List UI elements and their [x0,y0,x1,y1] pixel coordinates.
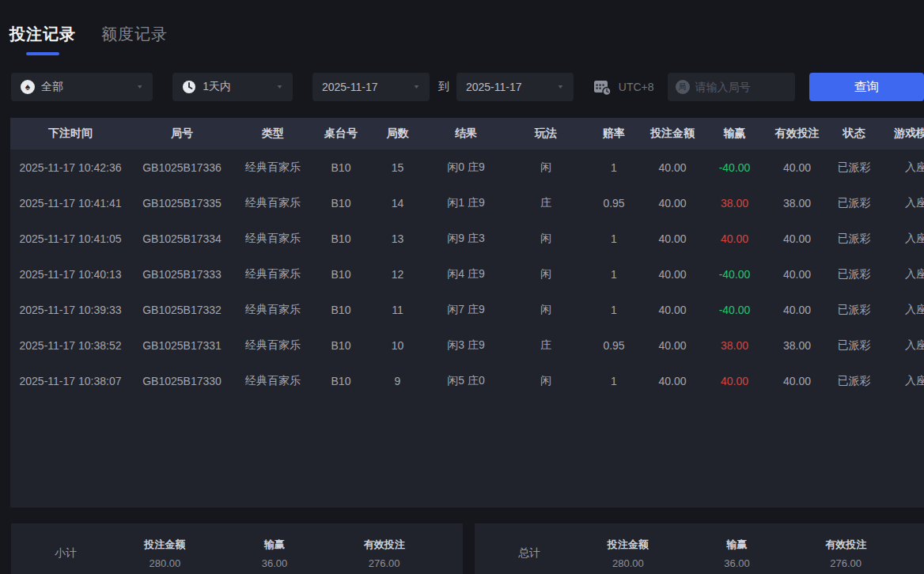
time-range-select[interactable]: 1天内 ▼ [172,73,293,101]
date-from-value: 2025-11-17 [322,81,378,93]
game-type-select[interactable]: ♠ 全部 ▼ [11,73,153,101]
cell-bet: 40.00 [642,161,702,174]
subtotal-bet-group: 投注金额 280.00 [110,538,220,569]
cell-game-mode: 入座 [880,338,924,353]
cell-round-no: 9 [369,375,426,387]
table-row: 2025-11-17 10:42:36 GB1025B17336 经典百家乐 B… [10,149,924,185]
subtotal-winloss-label: 输赢 [264,538,285,552]
clock-icon [182,80,196,94]
cell-round-no: 11 [369,304,426,316]
subtotal-valid-value: 276.00 [369,557,400,569]
col-header-valid-bet: 有效投注 [767,127,827,141]
cell-status: 已派彩 [827,374,880,388]
cell-odds: 0.95 [585,339,642,352]
cell-odds: 1 [585,304,642,316]
cell-time: 2025-11-17 10:41:05 [10,232,131,245]
query-button[interactable]: 查询 [809,73,924,101]
cell-winloss: 40.00 [702,232,767,245]
total-box: 总计 投注金额 280.00 输赢 36.00 有效投注 276.00 [475,523,924,574]
cell-winloss: 38.00 [702,197,767,210]
chevron-down-icon: ▼ [413,84,420,90]
cell-time: 2025-11-17 10:41:41 [10,197,131,210]
col-header-round-id: 局号 [131,127,233,141]
cell-round-no: 15 [369,161,426,174]
cell-status: 已派彩 [827,267,880,281]
cell-table-id: B10 [312,339,369,352]
cell-play: 闲 [506,267,585,281]
tab-bet-records[interactable]: 投注记录 [9,24,76,55]
cell-type: 经典百家乐 [233,196,312,210]
cell-play: 闲 [506,160,585,175]
cell-type: 经典百家乐 [233,374,312,388]
cell-winloss: 40.00 [702,375,767,387]
cell-bet: 40.00 [642,339,702,352]
cell-status: 已派彩 [827,196,880,210]
date-from-select[interactable]: 2025-11-17 ▼ [312,73,430,101]
total-valid-group: 有效投注 276.00 [791,538,900,569]
table-row: 2025-11-17 10:41:05 GB1025B17334 经典百家乐 B… [10,221,924,256]
round-number-input[interactable] [695,81,787,93]
cell-play: 闲 [506,232,585,246]
col-header-result: 结果 [426,127,506,141]
cell-round-no: 12 [369,268,426,281]
cell-status: 已派彩 [827,303,880,317]
cell-table-id: B10 [312,304,369,316]
cell-result: 闲4 庄9 [426,267,506,281]
cell-odds: 1 [585,268,642,281]
cell-odds: 0.95 [585,197,642,210]
col-header-bet: 投注金额 [642,127,702,141]
timezone-value: UTC+8 [619,81,654,93]
cell-valid-bet: 40.00 [767,232,827,245]
date-to-select[interactable]: 2025-11-17 ▼ [456,73,574,101]
table-row: 2025-11-17 10:38:52 GB1025B17331 经典百家乐 B… [10,327,924,363]
active-tab-underline [26,52,59,55]
cell-odds: 1 [585,232,642,245]
col-header-status: 状态 [827,127,880,141]
cell-game-mode: 入座 [880,267,924,281]
subtotal-winloss-group: 输赢 36.00 [220,538,330,569]
cell-table-id: B10 [312,375,369,387]
cell-round-id: GB1025B17332 [131,304,233,316]
cell-play: 庄 [506,196,585,210]
cell-table-id: B10 [312,232,369,245]
col-header-round-no: 局数 [369,127,426,141]
col-header-type: 类型 [233,127,312,141]
cell-bet: 40.00 [642,197,702,210]
subtotal-box: 小计 投注金额 280.00 输赢 36.00 有效投注 276.00 [11,523,463,574]
cell-type: 经典百家乐 [233,267,312,281]
cell-game-mode: 入座 [880,196,924,210]
cell-game-mode: 入座 [880,374,924,388]
tab-quota-records[interactable]: 额度记录 [101,24,168,45]
cell-valid-bet: 38.00 [767,339,827,352]
cell-round-id: GB1025B17336 [131,161,233,174]
cell-bet: 40.00 [642,375,702,387]
cell-round-id: GB1025B17333 [131,268,233,281]
total-bet-value: 280.00 [612,557,644,569]
cell-result: 闲5 庄0 [426,374,506,388]
round-badge-icon: 局 [676,80,690,94]
cell-odds: 1 [585,375,642,387]
cell-valid-bet: 40.00 [767,304,827,316]
cell-result: 闲9 庄3 [426,232,506,246]
col-header-game-mode: 游戏模式 [880,127,924,141]
tab-bet-records-label: 投注记录 [9,25,76,43]
date-to-value: 2025-11-17 [466,81,522,93]
subtotal-bet-value: 280.00 [149,557,180,569]
cell-type: 经典百家乐 [233,232,312,246]
cell-table-id: B10 [312,268,369,281]
col-header-time: 下注时间 [10,127,131,141]
total-winloss-label: 输赢 [727,538,748,552]
total-bet-group: 投注金额 280.00 [574,538,683,569]
col-header-play: 玩法 [506,127,585,141]
cell-round-id: GB1025B17331 [131,339,233,352]
record-tabs: 投注记录 额度记录 [0,0,924,55]
col-header-winloss: 输赢 [702,127,767,141]
cell-game-mode: 入座 [880,232,924,246]
cell-status: 已派彩 [827,160,880,175]
cell-time: 2025-11-17 10:39:33 [10,304,131,316]
cell-valid-bet: 40.00 [767,268,827,281]
table-header-row: 下注时间 局号 类型 桌台号 局数 结果 玩法 赔率 投注金额 输赢 有效投注 … [10,118,924,149]
cell-bet: 40.00 [642,268,702,281]
cell-round-id: GB1025B17335 [131,197,233,210]
table-row: 2025-11-17 10:38:07 GB1025B17330 经典百家乐 B… [10,363,924,398]
